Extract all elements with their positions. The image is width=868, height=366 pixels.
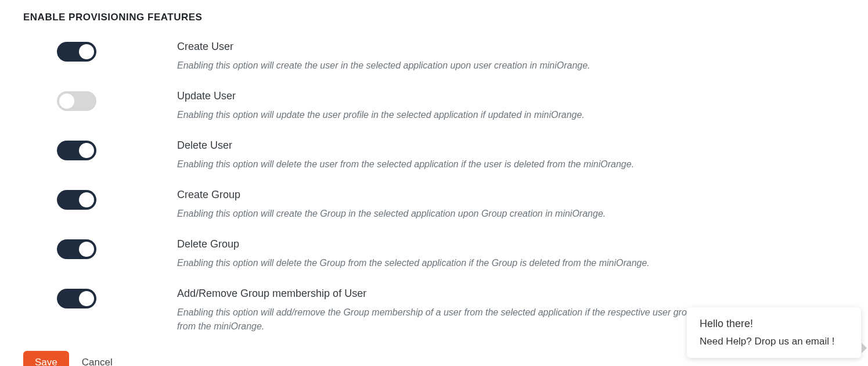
feature-description: Enabling this option will create the Gro…: [177, 207, 810, 221]
feature-row: Create GroupEnabling this option will cr…: [23, 189, 845, 221]
feature-description: Enabling this option will delete the Gro…: [177, 256, 810, 270]
feature-row: Delete GroupEnabling this option will de…: [23, 238, 845, 270]
feature-description: Enabling this option will create the use…: [177, 59, 810, 73]
feature-title: Add/Remove Group membership of User: [177, 288, 810, 300]
section-heading: ENABLE PROVISIONING FEATURES: [23, 12, 845, 23]
cancel-button[interactable]: Cancel: [82, 357, 113, 366]
feature-toggle[interactable]: [57, 91, 96, 111]
feature-description: Enabling this option will delete the use…: [177, 157, 810, 171]
feature-row: Create UserEnabling this option will cre…: [23, 41, 845, 73]
feature-title: Update User: [177, 90, 810, 102]
feature-toggle[interactable]: [57, 289, 96, 308]
toggle-knob-icon: [79, 44, 94, 59]
feature-title: Create User: [177, 41, 810, 53]
feature-toggle[interactable]: [57, 239, 96, 259]
help-greeting: Hello there!: [700, 318, 848, 330]
feature-toggle[interactable]: [57, 190, 96, 210]
feature-title: Delete Group: [177, 238, 810, 250]
help-message: Need Help? Drop us an email !: [700, 336, 848, 347]
toggle-knob-icon: [79, 291, 94, 306]
feature-toggle[interactable]: [57, 42, 96, 62]
toggle-knob-icon: [59, 94, 74, 109]
feature-row: Delete UserEnabling this option will del…: [23, 139, 845, 171]
feature-title: Delete User: [177, 139, 810, 152]
save-button[interactable]: Save: [23, 351, 69, 366]
toggle-knob-icon: [79, 192, 94, 207]
feature-description: Enabling this option will update the use…: [177, 108, 810, 122]
feature-row: Update UserEnabling this option will upd…: [23, 90, 845, 122]
help-popup: Hello there! Need Help? Drop us an email…: [687, 307, 861, 358]
feature-title: Create Group: [177, 189, 810, 201]
toggle-knob-icon: [79, 242, 94, 257]
feature-toggle[interactable]: [57, 141, 96, 160]
help-popup-arrow-icon: [862, 343, 867, 353]
toggle-knob-icon: [79, 143, 94, 158]
